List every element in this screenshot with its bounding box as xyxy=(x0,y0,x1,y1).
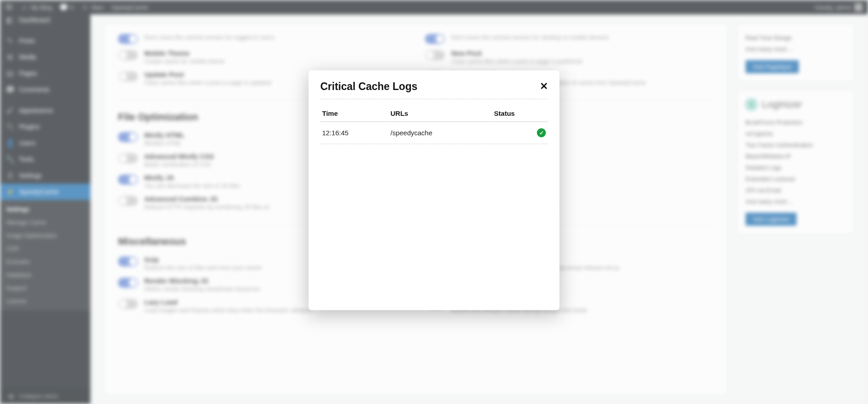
logs-table: Time URLs Status 12:16:45/speedycache✓ xyxy=(321,105,548,144)
close-icon[interactable]: ✕ xyxy=(540,81,548,92)
modal-title: Critical Cache Logs xyxy=(321,80,418,92)
check-icon: ✓ xyxy=(537,128,546,137)
col-time: Time xyxy=(321,105,389,122)
cell-time: 12:16:45 xyxy=(321,122,389,144)
table-row: 12:16:45/speedycache✓ xyxy=(321,122,548,144)
col-urls: URLs xyxy=(389,105,492,122)
cell-status: ✓ xyxy=(492,122,548,144)
col-status: Status xyxy=(492,105,548,122)
critical-cache-logs-modal: Critical Cache Logs ✕ Time URLs Status 1… xyxy=(309,70,560,310)
cell-url: /speedycache xyxy=(389,122,492,144)
